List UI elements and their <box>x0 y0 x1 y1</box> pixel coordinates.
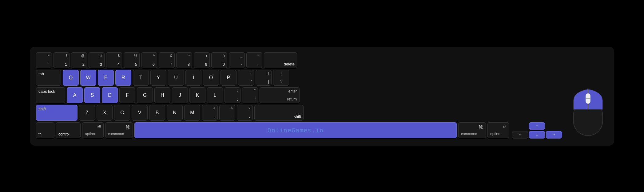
key-delete[interactable]: delete <box>264 52 297 68</box>
key-4[interactable]: $ 4 <box>106 52 122 68</box>
key-l[interactable]: L <box>207 87 223 103</box>
key-command-left[interactable]: ⌘ command <box>105 122 133 138</box>
key-z[interactable]: Z <box>79 105 95 121</box>
key-5[interactable]: % 5 <box>124 52 140 68</box>
key-fn[interactable]: fn <box>36 122 54 138</box>
key-h[interactable]: H <box>154 87 170 103</box>
keyboard-area: ~ ` ! 1 @ 2 # 3 $ 4 <box>36 52 608 140</box>
key-7[interactable]: & 7 <box>159 52 175 68</box>
key-y[interactable]: Y <box>150 70 166 86</box>
key-0[interactable]: ) 0 <box>211 52 227 68</box>
arrow-up-row: ↑ <box>512 122 562 130</box>
number-row: ~ ` ! 1 @ 2 # 3 $ 4 <box>36 52 562 68</box>
key-semicolon[interactable]: : ; <box>225 87 241 103</box>
key-tab[interactable]: tab <box>36 70 61 86</box>
key-equals[interactable]: + = <box>246 52 262 68</box>
key-3[interactable]: # 3 <box>89 52 105 68</box>
key-k[interactable]: K <box>189 87 205 103</box>
key-v[interactable]: V <box>132 105 148 121</box>
key-quote[interactable]: " ' <box>242 87 258 103</box>
key-m[interactable]: M <box>184 105 200 121</box>
key-6[interactable]: ^ 6 <box>141 52 157 68</box>
key-t[interactable]: T <box>133 70 149 86</box>
key-9[interactable]: ( 9 <box>194 52 210 68</box>
key-arrow-down[interactable]: ↓ <box>529 131 545 139</box>
spacebar-logo: OnlineGames.io <box>268 127 324 134</box>
key-x[interactable]: X <box>97 105 113 121</box>
key-s[interactable]: S <box>84 87 100 103</box>
key-q[interactable]: Q <box>63 70 79 86</box>
key-p[interactable]: P <box>221 70 237 86</box>
key-a[interactable]: A <box>67 87 83 103</box>
key-comma[interactable]: < , <box>202 105 218 121</box>
key-slash[interactable]: ? / <box>237 105 253 121</box>
mouse-icon <box>570 83 606 139</box>
key-r[interactable]: R <box>115 70 131 86</box>
key-g[interactable]: G <box>137 87 153 103</box>
key-shift-left[interactable]: shift <box>36 105 78 121</box>
key-enter[interactable]: enter return <box>260 87 300 103</box>
bottom-row: fn control alt option ⌘ command OnlineGa… <box>36 122 562 139</box>
key-pipe[interactable]: | \ <box>273 70 289 86</box>
key-command-right[interactable]: ⌘ command <box>458 122 486 138</box>
arrow-cluster: ↑ ← ↓ → <box>512 122 562 139</box>
key-b[interactable]: B <box>149 105 165 121</box>
svg-rect-2 <box>586 93 590 104</box>
key-u[interactable]: U <box>168 70 184 86</box>
key-w[interactable]: W <box>80 70 96 86</box>
key-open-bracket[interactable]: { [ <box>238 70 254 86</box>
key-minus[interactable]: _ - <box>229 52 245 68</box>
key-tilde[interactable]: ~ ` <box>36 52 52 68</box>
key-arrow-left[interactable]: ← <box>512 131 528 139</box>
key-period[interactable]: > . <box>219 105 235 121</box>
key-caps-lock[interactable]: caps lock <box>36 87 65 103</box>
key-control[interactable]: control <box>56 122 81 138</box>
key-alt-right[interactable]: alt option <box>487 122 509 138</box>
key-2[interactable]: @ 2 <box>71 52 87 68</box>
key-arrow-right[interactable]: → <box>546 131 562 139</box>
key-n[interactable]: N <box>167 105 183 121</box>
asdf-row: caps lock A S D F G H J K L : ; " ' <box>36 87 562 103</box>
key-alt-left[interactable]: alt option <box>82 122 104 138</box>
key-1[interactable]: ! 1 <box>54 52 70 68</box>
key-8[interactable]: * 8 <box>176 52 192 68</box>
key-j[interactable]: J <box>172 87 188 103</box>
qwerty-row: tab Q W E R T Y U I O P { [ } ] <box>36 70 562 86</box>
key-c[interactable]: C <box>114 105 130 121</box>
key-i[interactable]: I <box>185 70 201 86</box>
keyboard: ~ ` ! 1 @ 2 # 3 $ 4 <box>36 52 562 140</box>
keyboard-container: ~ ` ! 1 @ 2 # 3 $ 4 <box>30 47 614 146</box>
key-close-bracket[interactable]: } ] <box>256 70 272 86</box>
mouse-container <box>568 83 608 140</box>
key-e[interactable]: E <box>98 70 114 86</box>
zxcv-row: shift Z X C V B N M < , > . ? <box>36 105 562 121</box>
key-d[interactable]: D <box>102 87 118 103</box>
key-shift-right[interactable]: shift <box>254 105 304 121</box>
arrow-lr-row: ← ↓ → <box>512 131 562 139</box>
key-spacebar[interactable]: OnlineGames.io <box>134 122 457 138</box>
key-o[interactable]: O <box>203 70 219 86</box>
key-f[interactable]: F <box>119 87 135 103</box>
key-arrow-up[interactable]: ↑ <box>529 122 545 130</box>
